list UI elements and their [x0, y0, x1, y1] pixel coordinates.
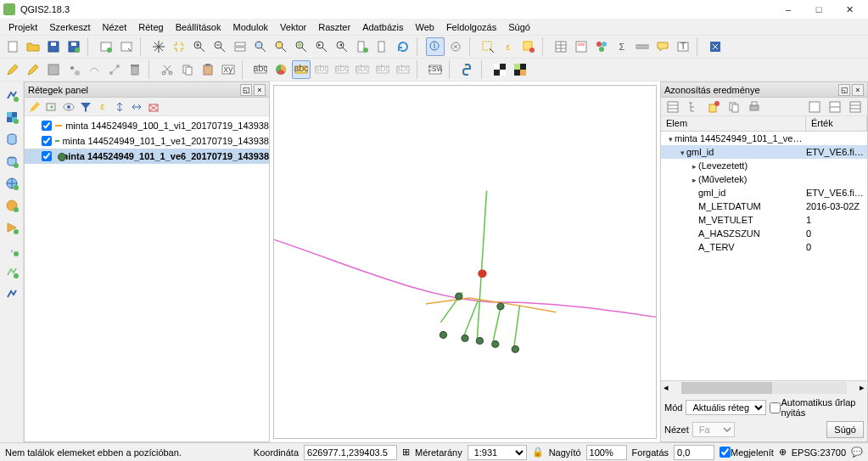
map-tips-button[interactable]: [653, 37, 672, 56]
mode-select[interactable]: Aktuális réteg: [686, 400, 766, 415]
xy-button[interactable]: xy: [219, 60, 238, 79]
toggle-edit-button[interactable]: [24, 60, 42, 79]
view-select[interactable]: Fa: [692, 422, 735, 437]
show-bookmarks-button[interactable]: [373, 37, 392, 56]
undock-button[interactable]: ◱: [838, 84, 850, 96]
render-checkbox[interactable]: Megjelenít: [720, 447, 774, 458]
collapse-all-button[interactable]: [129, 99, 144, 115]
text-annotation-button[interactable]: T: [674, 37, 692, 56]
zoom-next-button[interactable]: [333, 37, 351, 56]
add-spatialite-button[interactable]: [2, 129, 22, 149]
twisty-icon[interactable]: ▸: [690, 176, 698, 184]
add-vector-button[interactable]: [2, 85, 22, 105]
copy-feature-button[interactable]: [725, 98, 743, 116]
menu-item[interactable]: Szerkeszt: [44, 20, 95, 34]
pan-button[interactable]: [149, 37, 168, 56]
scroll-right-icon[interactable]: ▸: [857, 382, 867, 393]
expression-filter-button[interactable]: ε: [95, 99, 110, 115]
label-abc-button[interactable]: abc: [251, 60, 270, 79]
menu-item[interactable]: Projekt: [3, 20, 42, 34]
layer-row[interactable]: minta 144524949_100_1_vi1_20170719_14393…: [25, 118, 269, 133]
manage-visibility-button[interactable]: [61, 99, 76, 115]
auto-form-checkbox[interactable]: Automatikus űrlap nyitás: [770, 397, 864, 418]
identify-row[interactable]: ▸(Levezetett): [661, 159, 867, 172]
magnifier-input[interactable]: [586, 445, 627, 460]
identify-row[interactable]: A_HASZSZUN 0: [661, 227, 867, 240]
menu-item[interactable]: Raszter: [313, 20, 356, 34]
layers-tree[interactable]: minta 144524949_100_1_vi1_20170719_14393…: [25, 116, 269, 441]
identify-button[interactable]: i: [426, 37, 445, 56]
add-delimited-button[interactable]: ,: [2, 239, 22, 260]
zoom-last-button[interactable]: [312, 37, 331, 56]
diagram-button[interactable]: [272, 60, 290, 79]
node-tool-button[interactable]: [105, 60, 124, 79]
identify-mode-2[interactable]: [826, 98, 844, 116]
identify-mode-3[interactable]: [846, 98, 865, 116]
processing-toolbox-button[interactable]: [592, 37, 611, 56]
crs-label[interactable]: EPSG:23700: [792, 447, 846, 458]
identify-row[interactable]: ▾minta 144524949_101_1_ve6_20170719_14…: [661, 132, 867, 145]
csw-button[interactable]: csw: [426, 60, 445, 79]
scale-select[interactable]: 1:931: [468, 445, 527, 460]
composer-manager-button[interactable]: [117, 37, 136, 56]
label-tool-2[interactable]: abc: [333, 60, 351, 79]
identify-row[interactable]: M_VETULET 1: [661, 213, 867, 227]
expand-all-button[interactable]: [112, 99, 127, 115]
add-raster-button[interactable]: [2, 107, 22, 127]
add-wfs-button[interactable]: [2, 217, 22, 238]
zoom-in-button[interactable]: [190, 37, 209, 56]
identify-row[interactable]: A_TERV 0: [661, 240, 867, 254]
new-bookmark-button[interactable]: [353, 37, 372, 56]
pan-to-selection-button[interactable]: [170, 37, 188, 56]
map-canvas[interactable]: [273, 85, 657, 439]
grass-tool-2[interactable]: [511, 60, 529, 79]
identify-row[interactable]: M_LETDATUM 2016-03-02Z: [661, 200, 867, 213]
select-button[interactable]: [479, 37, 497, 56]
menu-item[interactable]: Adatbázis: [357, 20, 408, 34]
coord-input[interactable]: [304, 445, 397, 460]
add-wcs-button[interactable]: [2, 195, 22, 216]
add-feature-button[interactable]: [64, 60, 83, 79]
zoom-full-button[interactable]: [251, 37, 270, 56]
style-button[interactable]: [27, 99, 42, 115]
menu-item[interactable]: Feldolgozás: [441, 20, 501, 34]
paste-button[interactable]: [199, 60, 217, 79]
identify-hscroll[interactable]: ◂ ▸: [661, 380, 867, 394]
refresh-button[interactable]: [394, 37, 412, 56]
layer-checkbox[interactable]: [42, 136, 52, 146]
identify-row[interactable]: ▾gml_id ETV_VE6.fid--2: [661, 145, 867, 159]
remove-layer-button[interactable]: [146, 99, 161, 115]
twisty-icon[interactable]: ▾: [678, 149, 686, 157]
col-elem[interactable]: Elem: [661, 116, 806, 131]
add-postgis-button[interactable]: [2, 151, 22, 171]
layer-checkbox[interactable]: [42, 121, 52, 131]
save-as-button[interactable]: [64, 37, 83, 56]
python-console-button[interactable]: [458, 60, 477, 79]
crs-icon[interactable]: ⊕: [779, 447, 787, 458]
label-tool-5[interactable]: abc: [394, 60, 412, 79]
delete-selected-button[interactable]: [126, 60, 144, 79]
identify-mode-1[interactable]: [805, 98, 824, 116]
open-project-button[interactable]: [24, 37, 42, 56]
deselect-button[interactable]: [519, 37, 538, 56]
add-group-button[interactable]: [44, 99, 59, 115]
filter-legend-button[interactable]: [78, 99, 93, 115]
action-button[interactable]: [446, 37, 465, 56]
add-virtual-button[interactable]: [2, 261, 22, 282]
label-tool-3[interactable]: abc: [353, 60, 372, 79]
attribute-table-button[interactable]: [552, 37, 570, 56]
save-button[interactable]: [44, 37, 63, 56]
print-button[interactable]: [745, 98, 764, 116]
clear-results-button[interactable]: [704, 98, 723, 116]
menu-item[interactable]: Réteg: [133, 20, 168, 34]
zoom-out-button[interactable]: [210, 37, 229, 56]
zoom-selection-button[interactable]: [272, 37, 290, 56]
identify-row[interactable]: gml_id ETV_VE6.fid--2: [661, 186, 867, 200]
layer-row[interactable]: minta 144524949_101_1_ve1_20170719_14393…: [25, 133, 269, 149]
new-project-button[interactable]: [3, 37, 22, 56]
scroll-left-icon[interactable]: ◂: [661, 382, 671, 393]
undock-button[interactable]: ◱: [240, 84, 252, 96]
label-tool-1[interactable]: abc: [312, 60, 331, 79]
label-tool-4[interactable]: abc: [373, 60, 392, 79]
scroll-thumb[interactable]: [681, 382, 772, 394]
